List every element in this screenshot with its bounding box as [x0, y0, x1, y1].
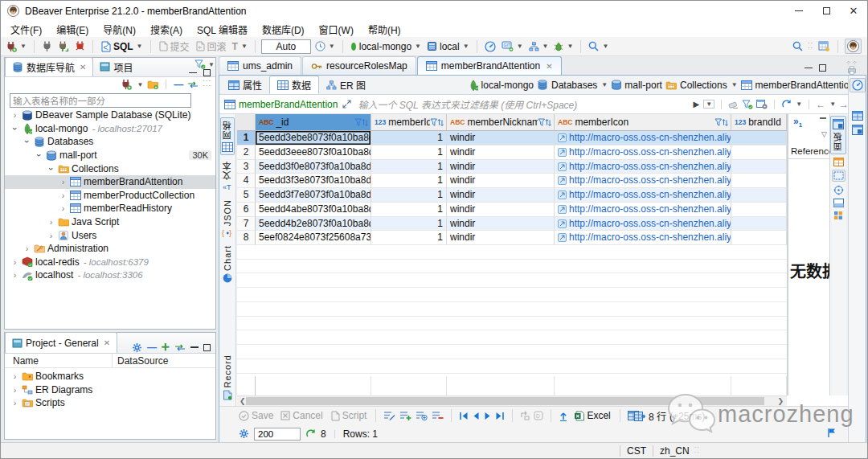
cell-memberNickname[interactable]: windir	[447, 131, 555, 145]
tree-item[interactable]: ›Java Script	[5, 215, 215, 229]
edit-row-icon[interactable]	[383, 411, 395, 420]
cell-_id[interactable]: 5eedd3f7e8073f0a10ba8d0e	[256, 188, 371, 203]
tree-item[interactable]: ›Databases	[5, 135, 215, 149]
view-tab-JSON[interactable]: JSON{}	[222, 197, 234, 240]
dashboard-button[interactable]	[483, 40, 497, 53]
cell-memberNickname[interactable]: windir	[447, 217, 555, 232]
menu-item-1[interactable]: 编辑(E)	[49, 21, 96, 38]
tab-database-navigator[interactable]: 数据库导航✕	[5, 57, 93, 76]
expander-icon[interactable]: ›	[35, 150, 44, 161]
menu-item-2[interactable]: 导航(N)	[96, 21, 143, 38]
menu-item-0[interactable]: 文件(F)	[3, 21, 49, 38]
menu-item-7[interactable]: 帮助(H)	[361, 21, 408, 38]
cell-brandId[interactable]	[731, 131, 787, 145]
tree-item[interactable]: ›Collections	[5, 162, 215, 175]
commit-button[interactable]: 提交	[157, 39, 191, 54]
cell-brandId[interactable]	[731, 174, 787, 188]
expand-filter-icon[interactable]	[342, 100, 351, 109]
connect-icon[interactable]	[40, 40, 54, 52]
link-url[interactable]: http://macro-oss.oss-cn-shenzhen.aliyu	[569, 146, 731, 158]
debug-button[interactable]: ▼	[552, 41, 575, 52]
cell-memberId[interactable]: 1	[371, 160, 447, 174]
editor-tab-resourceRolesMap[interactable]: resourceRolesMap	[302, 56, 416, 75]
cell-memberId[interactable]: 1	[371, 145, 447, 160]
collapse-all-icon[interactable]: —	[147, 342, 157, 353]
panel-menu-icon[interactable]: ▽	[821, 130, 827, 138]
minimize-view-icon[interactable]	[189, 72, 197, 74]
view-tab-Chart[interactable]: Chart	[223, 243, 232, 285]
filter-history-icon[interactable]: ▼	[703, 100, 714, 109]
cell-memberIcon[interactable]: http://macro-oss.oss-cn-shenzhen.aliyu	[555, 131, 731, 145]
filter-sort-icon[interactable]	[538, 118, 551, 127]
link-url[interactable]: http://macro-oss.oss-cn-shenzhen.aliyu	[569, 203, 731, 215]
new-connection-icon[interactable]	[121, 79, 132, 90]
minimize-view-icon[interactable]	[190, 346, 199, 348]
chevron-down-icon[interactable]: ▼	[731, 81, 738, 88]
link-with-editor-icon[interactable]	[174, 343, 186, 352]
subtab-数据[interactable]: 数据	[269, 76, 319, 94]
cell-memberId[interactable]: 1	[371, 203, 447, 217]
active-database-select[interactable]: local▼	[425, 40, 471, 53]
fetch-size-input[interactable]	[254, 428, 301, 441]
search-button[interactable]: ▼	[587, 40, 610, 52]
chevron-down-icon[interactable]: ▼	[796, 100, 802, 108]
breadcrumb-item-mall-port[interactable]: mall-port	[611, 80, 662, 91]
cell-memberId[interactable]: 1	[371, 174, 447, 188]
calc-panel-icon[interactable]	[832, 170, 845, 182]
tree-item[interactable]: ›Administration	[5, 242, 215, 256]
editor-tab-memberBrandAttention[interactable]: memberBrandAttention✕	[417, 56, 562, 75]
cell-memberIcon[interactable]: http://macro-oss.oss-cn-shenzhen.aliyu	[555, 203, 731, 217]
expander-icon[interactable]: ›	[47, 163, 56, 174]
view-tab-网格[interactable]: 网格	[220, 117, 235, 155]
cell-memberIcon[interactable]: http://macro-oss.oss-cn-shenzhen.aliyu	[555, 174, 731, 188]
chevron-down-icon[interactable]: ▼	[137, 81, 143, 88]
cell-_id[interactable]: 5eef0824e8073f25608a73c5	[256, 231, 371, 245]
filter-sort-icon[interactable]	[430, 118, 444, 127]
row-number-cell[interactable]: 1	[237, 131, 256, 145]
new-folder-icon[interactable]	[147, 80, 158, 89]
apply-filter-icon[interactable]: ▶	[694, 100, 700, 109]
tree-item[interactable]: ›local-redis- localhost:6379	[5, 256, 215, 269]
dashboard-shortcut-icon[interactable]	[850, 78, 866, 92]
clear-filter-icon[interactable]	[728, 100, 739, 109]
result-panel-shortcut-icon[interactable]	[852, 125, 863, 135]
project-tree-item[interactable]: ›Bookmarks	[5, 370, 215, 383]
editor-tab-ums_admin[interactable]: ums_admin	[219, 56, 301, 75]
git-button[interactable]: GIT▼	[500, 40, 525, 52]
close-icon[interactable]: ✕	[104, 338, 110, 347]
fetch-refresh-icon[interactable]	[305, 429, 316, 439]
layout-panel-icon[interactable]	[833, 199, 844, 207]
cell-memberIcon[interactable]: http://macro-oss.oss-cn-shenzhen.aliyu	[555, 145, 731, 160]
cell-memberIcon[interactable]: http://macro-oss.oss-cn-shenzhen.aliyu	[555, 188, 731, 203]
transaction-log-button[interactable]: ▼	[313, 40, 337, 52]
navigator-filter-input[interactable]: 输入表格名称的一部分	[10, 93, 191, 108]
notification-flag-icon[interactable]	[827, 428, 837, 438]
minimize-editor-icon[interactable]	[805, 68, 813, 69]
rollback-button[interactable]: 回滚	[194, 39, 228, 54]
row-number-cell[interactable]: 5	[237, 188, 256, 203]
expander-icon[interactable]: ›	[10, 385, 20, 395]
goto-row-icon[interactable]	[520, 411, 530, 420]
maximize-view-icon[interactable]	[203, 69, 211, 76]
cell-memberId[interactable]: 1	[371, 131, 447, 145]
cell-_id[interactable]: 5eedd3ebe8073f0a10ba8d0a	[256, 131, 371, 145]
tree-item[interactable]: ›Users	[5, 228, 215, 242]
dbeaver-perspective-button[interactable]	[845, 39, 862, 54]
mosaic-icon[interactable]	[833, 211, 843, 220]
cell-memberNickname[interactable]: windir	[447, 145, 555, 160]
expander-icon[interactable]: ›	[10, 123, 20, 133]
tree-item[interactable]: ›memberProductCollection	[5, 189, 215, 203]
tree-item[interactable]: ›memberReadHistory	[5, 202, 215, 215]
horizontal-scrollbar[interactable]: ❮ ❯	[237, 395, 787, 406]
add-row-icon[interactable]	[399, 411, 411, 420]
expander-icon[interactable]: ›	[58, 203, 68, 213]
cell-_id[interactable]: 5eedd3eee8073f0a10ba8d0b	[256, 145, 371, 160]
cell-brandId[interactable]	[731, 231, 787, 245]
expander-icon[interactable]: ›	[10, 398, 20, 408]
panel-minimize-icon[interactable]	[820, 117, 826, 119]
link-url[interactable]: http://macro-oss.oss-cn-shenzhen.aliyu	[569, 232, 731, 243]
table-settings-icon[interactable]	[756, 100, 768, 109]
row-id-icon[interactable]: D	[534, 411, 543, 420]
row-number-cell[interactable]: 2	[237, 145, 256, 160]
quick-search-icon[interactable]	[791, 40, 805, 52]
